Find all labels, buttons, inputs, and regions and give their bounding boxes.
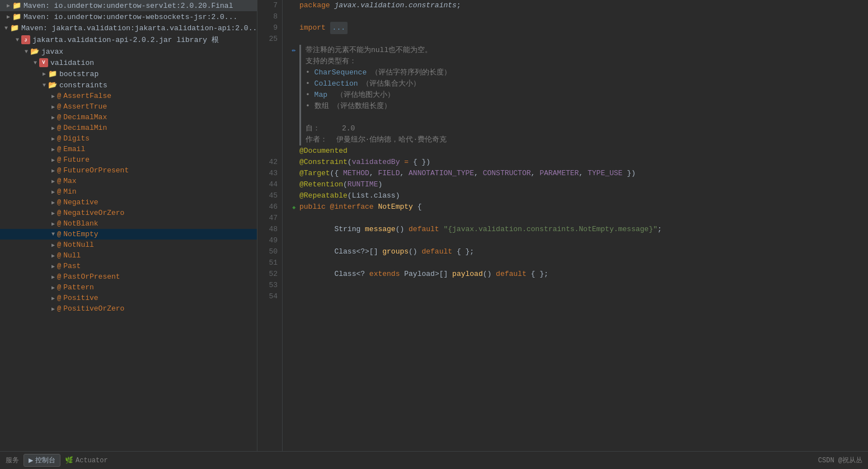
arrow-icon <box>49 274 57 280</box>
tree-item-NotEmpty[interactable]: @ NotEmpty <box>0 229 257 240</box>
doc-block: ✏ 带注释的元素不能为null也不能为空。 支持的类型有： • CharSequ… <box>288 45 868 146</box>
tree-item-label: Min <box>63 187 76 196</box>
tree-item-maven3[interactable]: 📁 Maven: jakarta.validation:jakarta.vali… <box>0 22 257 34</box>
annotation-icon: @ <box>57 103 61 111</box>
arrow-icon <box>49 295 57 302</box>
tree-item-Digits[interactable]: @ Digits <box>0 133 257 144</box>
annotation-icon: @ <box>57 252 61 260</box>
tree-item-label: NotNull <box>63 241 94 249</box>
tree-item-label: Negative <box>63 198 98 207</box>
services-label: 服务 <box>6 456 19 465</box>
tree-item-Future[interactable]: @ Future <box>0 154 257 165</box>
file-tree[interactable]: 📁 Maven: io.undertow:undertow-servlet:2.… <box>0 0 257 451</box>
tree-item-label: Maven: io.undertow:undertow-websockets-j… <box>24 13 237 21</box>
tree-item-PastOrPresent[interactable]: @ PastOrPresent <box>0 271 257 282</box>
annotation-icon: @ <box>57 284 61 292</box>
annotation-icon: @ <box>57 124 61 132</box>
code-line-54 <box>288 280 868 291</box>
tree-item-Max[interactable]: @ Max <box>0 176 257 186</box>
annotation-icon: @ <box>57 156 61 164</box>
pencil-icon: ✏ <box>292 46 295 54</box>
code-line-7: package javax.validation.constraints; <box>288 0 868 11</box>
console-button[interactable]: ▶ 控制台 <box>24 454 60 467</box>
arrow-icon <box>49 199 57 206</box>
annotation-icon: @ <box>57 167 61 175</box>
tree-item-constraints[interactable]: 📂 constraints <box>0 79 257 91</box>
arrow-icon <box>49 93 57 100</box>
doc-line-9: 作者： 伊曼纽尔·伯纳德，哈代·费伦奇克 <box>306 134 451 146</box>
tree-item-PositiveOrZero[interactable]: @ PositiveOrZero <box>0 303 257 314</box>
code-line-53: Class<? extends Payload>[] payload() def… <box>288 269 868 280</box>
tree-item-maven2[interactable]: 📁 Maven: io.undertow:undertow-websockets… <box>0 11 257 22</box>
doc-line-7 <box>306 112 451 123</box>
doc-line-8: 自： 2.0 <box>306 123 451 134</box>
tree-item-Negative[interactable]: @ Negative <box>0 197 257 208</box>
implement-icon: ⬥ <box>292 201 296 213</box>
tree-item-DecimalMin[interactable]: @ DecimalMin <box>0 123 257 133</box>
arrow-icon <box>49 231 57 237</box>
folder-icon: 📂 <box>30 47 39 56</box>
tree-item-label: DecimalMax <box>63 113 107 121</box>
arrow-icon <box>13 37 21 43</box>
tree-item-AssertFalse[interactable]: @ AssertFalse <box>0 91 257 101</box>
tree-item-AssertTrue[interactable]: @ AssertTrue <box>0 101 257 112</box>
code-line-42: @Documented <box>288 146 868 157</box>
tree-item-Min[interactable]: @ Min <box>0 186 257 197</box>
tree-item-bootstrap[interactable]: 📁 bootstrap <box>0 68 257 79</box>
leaf-icon: 🌿 <box>65 456 73 465</box>
code-line-45: @Retention(RUNTIME) <box>288 179 868 190</box>
annotation-icon: @ <box>57 114 61 121</box>
annotation-icon: @ <box>57 273 61 281</box>
arrow-icon <box>22 49 30 55</box>
tree-item-javax[interactable]: 📂 javax <box>0 46 257 57</box>
jar-icon: J <box>21 35 30 44</box>
tree-item-label: NotBlank <box>63 219 98 228</box>
console-icon: ▶ <box>29 457 33 464</box>
code-line-46: @Repeatable(List.class) <box>288 190 868 201</box>
actuator-label: 🌿 Actuator <box>65 456 108 465</box>
tree-item-NotBlank[interactable]: @ NotBlank <box>0 218 257 229</box>
tree-item-label: validation <box>50 59 94 67</box>
arrow-icon <box>49 252 57 259</box>
arrow-icon <box>4 2 12 9</box>
doc-line-1: 带注释的元素不能为null也不能为空。 <box>306 45 451 56</box>
arrow-icon <box>49 242 57 248</box>
code-line-48 <box>288 213 868 224</box>
tree-item-DecimalMax[interactable]: @ DecimalMax <box>0 112 257 123</box>
doc-line-6: • 数组 （评估数组长度） <box>306 101 451 112</box>
arrow-icon <box>40 82 48 88</box>
tree-item-label: Maven: jakarta.validation:jakarta.valida… <box>21 24 257 32</box>
tree-item-Email[interactable]: @ Email <box>0 144 257 154</box>
tree-item-FutureOrPresent[interactable]: @ FutureOrPresent <box>0 165 257 176</box>
line-numbers: 7 8 9 25 - - - - - - - - - - 42 43 44 45… <box>257 0 283 451</box>
tree-item-validation[interactable]: V validation <box>0 57 257 68</box>
doc-line-5: • Map （评估地图大小） <box>306 90 451 101</box>
code-line-51: Class<?>[] groups() default { }; <box>288 246 868 257</box>
tree-item-Positive[interactable]: @ Positive <box>0 293 257 303</box>
tree-item-maven1[interactable]: 📁 Maven: io.undertow:undertow-servlet:2.… <box>0 0 257 11</box>
maven-folder-icon: 📁 <box>12 1 21 10</box>
code-line-25 <box>288 34 868 45</box>
tree-item-NegativeOrZero[interactable]: @ NegativeOrZero <box>0 208 257 218</box>
code-line-9: import ... <box>288 22 868 34</box>
annotation-icon: @ <box>57 209 61 217</box>
code-line-49: String message() default "{javax.validat… <box>288 224 868 235</box>
doc-line-4: • Collection （评估集合大小） <box>306 78 451 90</box>
tree-item-label: bootstrap <box>59 70 98 78</box>
tree-item-Pattern[interactable]: @ Pattern <box>0 282 257 293</box>
arrow-icon <box>49 284 57 291</box>
arrow-icon <box>49 210 57 217</box>
tree-item-Null[interactable]: @ Null <box>0 250 257 261</box>
tree-item-Past[interactable]: @ Past <box>0 261 257 271</box>
arrow-icon <box>4 13 12 20</box>
code-line-43: @Constraint(validatedBy = { }) <box>288 157 868 168</box>
tree-item-label: Past <box>63 262 81 270</box>
annotation-icon: @ <box>57 231 61 238</box>
code-line-47: ⬥ public @interface NotEmpty { <box>288 201 868 213</box>
tree-item-NotNull[interactable]: @ NotNull <box>0 240 257 250</box>
tree-item-jar[interactable]: J jakarta.validation-api-2.0.2.jar libra… <box>0 34 257 46</box>
tree-item-label: FutureOrPresent <box>63 166 129 175</box>
arrow-icon <box>49 221 57 227</box>
annotation-icon: @ <box>57 135 61 143</box>
annotation-icon: @ <box>57 199 61 207</box>
